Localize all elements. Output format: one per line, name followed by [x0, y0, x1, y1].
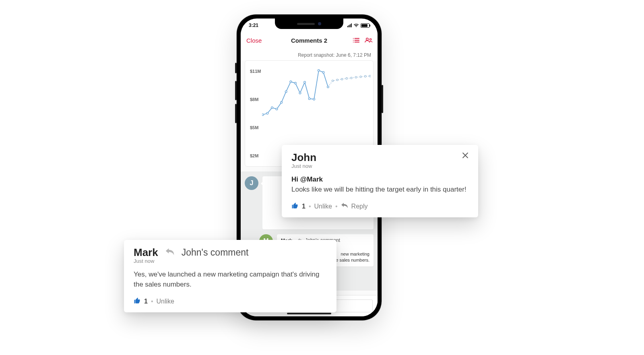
- svg-point-26: [346, 78, 347, 79]
- svg-point-11: [276, 108, 278, 110]
- home-indicator: [287, 313, 331, 314]
- nav-header: Close Comments 2: [241, 32, 378, 49]
- svg-point-1: [353, 40, 354, 41]
- comment-body: Yes, we've launched a new marketing camp…: [134, 270, 327, 289]
- svg-point-14: [290, 81, 292, 83]
- wifi-icon: [353, 23, 359, 27]
- volume-down-button: [235, 104, 237, 123]
- svg-point-23: [332, 80, 333, 82]
- reply-arrow-icon: [341, 203, 348, 210]
- svg-point-16: [299, 92, 301, 94]
- svg-point-31: [369, 75, 371, 77]
- avatar: J: [245, 176, 258, 190]
- svg-point-29: [360, 76, 361, 78]
- people-icon[interactable]: [365, 37, 373, 43]
- svg-point-19: [313, 98, 315, 100]
- svg-point-20: [318, 70, 320, 72]
- timestamp: Just now: [134, 258, 327, 264]
- mention: Hi @Mark: [291, 175, 323, 183]
- svg-point-30: [364, 75, 366, 77]
- battery-icon: [361, 23, 369, 28]
- popout-comment-mark: Mark John's comment Just now Yes, we've …: [124, 240, 336, 312]
- close-button[interactable]: Close: [246, 37, 262, 44]
- svg-point-2: [353, 42, 354, 43]
- mute-switch: [235, 63, 237, 73]
- snapshot-label: Report snapshot: June 6, 7:12 PM: [241, 48, 378, 60]
- comment-actions: 1 • Unlike: [134, 297, 327, 306]
- svg-point-6: [366, 38, 368, 40]
- status-time: 3:21: [249, 23, 258, 28]
- body-line: the sales numbers.: [332, 258, 369, 262]
- svg-point-28: [355, 76, 357, 78]
- body-text: Yes, we've launched a new marketing camp…: [134, 270, 319, 288]
- list-icon[interactable]: [353, 37, 360, 43]
- chart-tick: $5M: [250, 125, 261, 130]
- svg-point-12: [281, 101, 283, 103]
- svg-point-27: [351, 77, 352, 79]
- svg-point-7: [369, 39, 371, 40]
- svg-point-21: [322, 71, 324, 73]
- svg-point-22: [327, 86, 329, 88]
- chart-y-axis: $11M $8M $5M $2M: [250, 61, 261, 166]
- author-name: Mark: [134, 247, 158, 258]
- chart-tick: $2M: [250, 153, 261, 158]
- chart-canvas: [262, 64, 371, 118]
- chart-tick: $11M: [250, 69, 261, 74]
- unlike-button[interactable]: Unlike: [314, 203, 332, 210]
- like-icon[interactable]: [134, 297, 141, 306]
- svg-point-18: [308, 98, 310, 100]
- like-count: 1: [144, 298, 148, 305]
- page-title: Comments 2: [291, 37, 327, 44]
- reply-arrow-icon: [165, 248, 174, 257]
- separator: •: [309, 203, 311, 210]
- timestamp: Just now: [291, 163, 316, 169]
- author-name: John: [291, 152, 316, 163]
- body-line: new marketing: [341, 252, 369, 256]
- svg-point-25: [341, 78, 343, 80]
- svg-point-10: [271, 107, 273, 109]
- comment-body: Hi @Mark Looks like we will be hitting t…: [291, 175, 469, 194]
- stage: 3:21 Close Comments 2: [0, 0, 644, 355]
- phone-notch: [275, 19, 343, 29]
- svg-point-13: [285, 91, 287, 93]
- svg-point-8: [262, 114, 264, 116]
- svg-point-15: [295, 82, 297, 84]
- separator: •: [335, 203, 338, 210]
- unlike-button[interactable]: Unlike: [157, 298, 174, 305]
- power-button: [382, 85, 383, 113]
- volume-up-button: [235, 81, 237, 100]
- svg-point-9: [266, 112, 268, 114]
- reply-button[interactable]: Reply: [351, 203, 368, 210]
- cellular-icon: [347, 23, 352, 27]
- chart-tick: $8M: [250, 97, 261, 102]
- comment-actions: 1 • Unlike • Reply: [291, 202, 469, 211]
- svg-point-24: [336, 79, 338, 80]
- like-icon[interactable]: [291, 202, 299, 211]
- like-count: 1: [302, 203, 305, 210]
- svg-point-17: [304, 81, 306, 83]
- body-text: Looks like we will be hitting the target…: [291, 186, 466, 193]
- reply-context: John's comment: [182, 247, 249, 258]
- close-icon[interactable]: [462, 152, 469, 160]
- status-icons: [347, 23, 369, 28]
- separator: •: [151, 298, 153, 305]
- svg-point-0: [353, 38, 354, 39]
- popout-comment-john: John Just now Hi @Mark Looks like we wil…: [282, 145, 478, 217]
